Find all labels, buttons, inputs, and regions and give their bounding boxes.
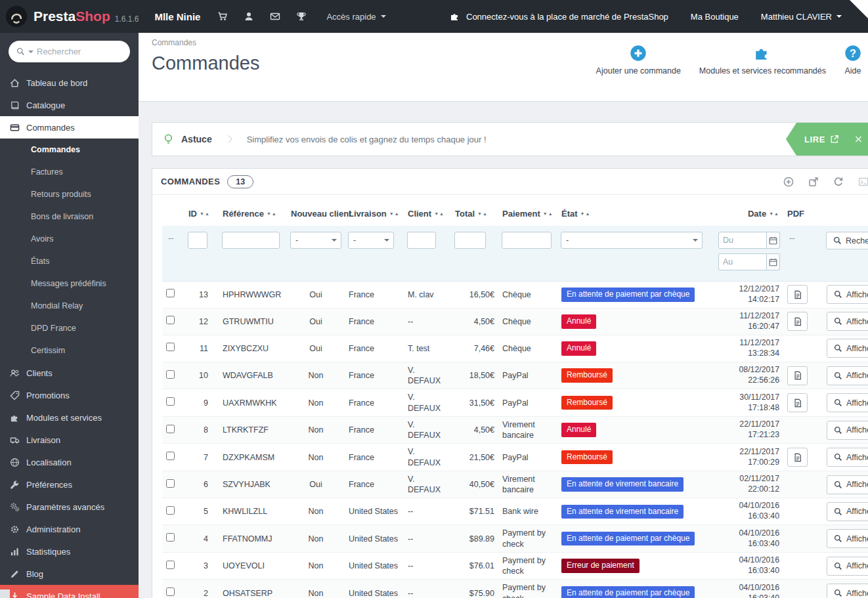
sidebar-item-blog[interactable]: Blog <box>0 563 139 585</box>
order-row[interactable]: 9 UAXRMWKHK Non France V. DEFAUX 31,50€ … <box>162 389 868 417</box>
sort-carets-icon[interactable]: ▼▲ <box>267 211 277 216</box>
invoice-pdf-button[interactable] <box>787 366 808 385</box>
messages-button[interactable] <box>262 0 288 33</box>
user-menu[interactable]: Matthieu CLAVIER <box>761 12 842 22</box>
column-header-date[interactable]: Date▼▲ <box>715 202 783 226</box>
menu-collapse-button[interactable] <box>0 589 10 598</box>
sidebar-item-livraison[interactable]: Livraison <box>0 429 139 451</box>
row-checkbox[interactable] <box>166 533 175 542</box>
view-order-button[interactable]: Afficher <box>827 285 868 304</box>
customers-button[interactable] <box>236 0 262 33</box>
sidebar-subitem-certissim[interactable]: Certissim <box>0 339 139 362</box>
row-checkbox[interactable] <box>166 587 175 596</box>
row-checkbox[interactable] <box>166 343 175 351</box>
orders-cart-button[interactable] <box>209 0 236 33</box>
invoice-pdf-button[interactable] <box>787 312 808 331</box>
view-order-button[interactable]: Afficher <box>827 421 868 440</box>
filter-state-select[interactable]: - <box>561 232 703 249</box>
column-header-client[interactable]: Client▼▲ <box>404 202 451 226</box>
sidebar-subitem-commandes[interactable]: Commandes <box>0 139 139 161</box>
row-checkbox[interactable] <box>166 316 175 324</box>
sidebar-subitem-bons-de-livraison[interactable]: Bons de livraison <box>0 205 139 228</box>
sidebar-item-clients[interactable]: Clients <box>0 362 139 384</box>
filter-payment-input[interactable] <box>502 232 552 249</box>
view-order-button[interactable]: Afficher <box>827 366 868 385</box>
row-checkbox[interactable] <box>166 479 175 488</box>
sort-carets-icon[interactable]: ▼▲ <box>543 211 553 216</box>
close-icon[interactable] <box>854 135 863 144</box>
order-row[interactable]: 13 HPHRWWWGR Oui France M. clav 16,50€ C… <box>162 282 868 309</box>
sort-carets-icon[interactable]: ▼▲ <box>477 211 488 216</box>
calendar-from-button[interactable] <box>767 232 780 249</box>
column-header-payment[interactable]: Paiement▼▲ <box>498 202 557 226</box>
order-row[interactable]: 10 WDAVGFALB Non France V. DEFAUX 18,50€… <box>162 362 868 389</box>
order-row[interactable]: 12 GTRUWMTIU Oui France -- 4,50€ Chèque … <box>162 308 868 335</box>
sidebar-subitem-mondial-relay[interactable]: Mondial Relay <box>0 295 139 317</box>
order-row[interactable]: 5 KHWLILZLL Non United States -- $71.51 … <box>162 498 868 525</box>
column-header-delivery[interactable]: Livraison▼▲ <box>345 202 404 226</box>
row-checkbox[interactable] <box>166 506 175 515</box>
sidebar-subitem-avoirs[interactable]: Avoirs <box>0 228 139 250</box>
filter-search-button[interactable]: Rechercher <box>826 232 868 249</box>
column-header-id[interactable]: ID▼▲ <box>184 202 219 226</box>
sort-carets-icon[interactable]: ▼▲ <box>434 211 445 216</box>
sidebar-item-preferences[interactable]: Préférences <box>0 473 139 496</box>
sidebar-subitem-retours-produits[interactable]: Retours produits <box>0 183 139 205</box>
sort-carets-icon[interactable]: ▼▲ <box>200 211 210 216</box>
order-row[interactable]: 4 FFATNOMMJ Non United States -- $89.89 … <box>162 525 868 553</box>
sidebar-item-tableau-de-bord[interactable]: Tableau de bord <box>0 72 139 94</box>
view-order-button[interactable]: Afficher <box>827 584 868 598</box>
view-order-button[interactable]: Afficher <box>827 393 868 412</box>
view-order-button[interactable]: Afficher <box>827 529 868 548</box>
view-order-button[interactable]: Afficher <box>827 557 868 576</box>
view-order-button[interactable]: Afficher <box>827 502 868 521</box>
row-checkbox[interactable] <box>166 452 175 460</box>
filter-client-input[interactable] <box>407 232 436 249</box>
filter-total-input[interactable] <box>454 232 486 249</box>
row-checkbox[interactable] <box>166 561 175 569</box>
filter-delivery-select[interactable]: - <box>348 232 394 249</box>
ajouter-une-commande-button[interactable]: Ajouter une commande <box>596 45 681 75</box>
sidebar-item-sample-data-install[interactable]: Sample Data Install <box>0 585 139 598</box>
view-order-button[interactable]: Afficher <box>827 475 868 494</box>
order-row[interactable]: 8 LTKRKTFZF Non France V. DEFAUX 4,50€ V… <box>162 416 868 444</box>
sort-carets-icon[interactable]: ▼▲ <box>389 211 400 216</box>
filter-reference-input[interactable] <box>222 232 280 249</box>
view-order-button[interactable]: Afficher <box>827 448 868 467</box>
show-sql-query-button[interactable] <box>858 177 868 187</box>
filter-date-from-input[interactable] <box>718 232 767 249</box>
aide-button[interactable]: Aide <box>844 45 861 75</box>
sidebar-subitem-dpd-france[interactable]: DPD France <box>0 317 139 339</box>
row-checkbox[interactable] <box>166 370 175 379</box>
order-row[interactable]: 7 DZXPKAMSM Non France V. DEFAUX 21,50€ … <box>162 444 868 471</box>
sidebar-item-catalogue[interactable]: Catalogue <box>0 94 139 116</box>
sidebar-item-commandes[interactable]: Commandes <box>0 116 139 139</box>
column-header-total[interactable]: Total▼▲ <box>451 202 498 226</box>
invoice-pdf-button[interactable] <box>787 393 808 412</box>
export-button[interactable] <box>808 177 819 187</box>
column-header-state[interactable]: État▼▲ <box>557 202 715 226</box>
row-checkbox[interactable] <box>166 425 175 433</box>
order-row[interactable]: 6 SZVYHJABK Oui France V. DEFAUX 40,50€ … <box>162 471 868 498</box>
invoice-pdf-button[interactable] <box>787 448 808 467</box>
sidebar-item-administration[interactable]: Administration <box>0 518 139 540</box>
column-header-reference[interactable]: Référence▼▲ <box>219 202 287 226</box>
invoice-pdf-button[interactable] <box>787 285 808 304</box>
view-order-button[interactable]: Afficher <box>827 312 868 331</box>
sidebar-item-modules-et-services[interactable]: Modules et services <box>0 406 139 429</box>
awards-button[interactable] <box>288 0 315 33</box>
sidebar-item-statistiques[interactable]: Statistiques <box>0 540 139 563</box>
filter-id-input[interactable] <box>188 232 207 249</box>
sidebar-item-parametres-avances[interactable]: Paramètres avancés <box>0 496 139 518</box>
filter-date-to-input[interactable] <box>718 253 767 270</box>
view-order-button[interactable]: Afficher <box>827 339 868 358</box>
sidebar-item-localisation[interactable]: Localisation <box>0 451 139 473</box>
sidebar-subitem-messages-predefinis[interactable]: Messages prédéfinis <box>0 272 139 295</box>
sidebar-search-input[interactable] <box>37 47 122 56</box>
sidebar-search[interactable] <box>9 41 130 62</box>
refresh-button[interactable] <box>833 177 844 187</box>
order-row[interactable]: 2 OHSATSERP Non United States -- $75.90 … <box>162 580 868 598</box>
row-checkbox[interactable] <box>166 397 175 406</box>
my-shop-link[interactable]: Ma Boutique <box>691 12 739 22</box>
order-row[interactable]: 11 ZIXYBCZXU Oui France T. test 7,46€ Ch… <box>162 335 868 362</box>
